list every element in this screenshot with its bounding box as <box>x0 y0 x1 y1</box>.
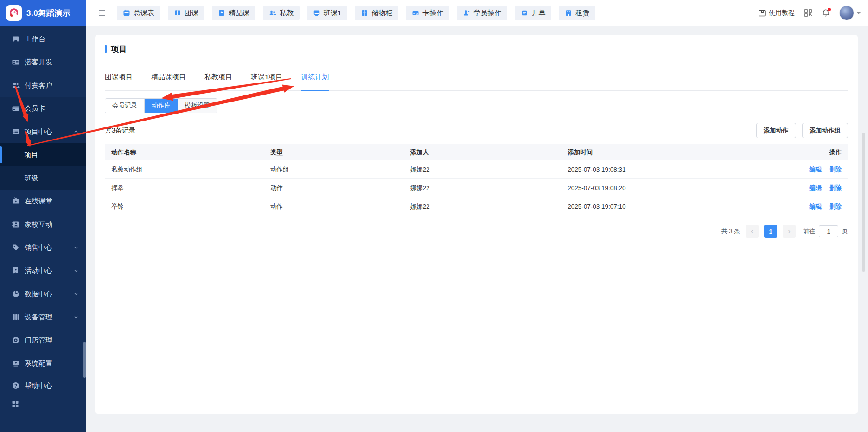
chevron-down-icon <box>73 314 79 320</box>
page-scrollbar[interactable] <box>862 133 865 272</box>
sidebar-item-system-config[interactable]: 系统配置 <box>0 352 86 375</box>
add-action-group-button[interactable]: 添加动作组 <box>802 123 849 138</box>
pie-chart-icon <box>12 290 20 298</box>
sidebar-item-paying-customers[interactable]: 付费客户 <box>0 74 86 97</box>
collapse-menu-icon[interactable] <box>97 8 107 18</box>
tab-training-plan[interactable]: 训练计划 <box>301 64 329 90</box>
app-logo-icon <box>6 5 22 21</box>
subtab-action-library[interactable]: 动作库 <box>144 99 178 113</box>
nav-schedule-button[interactable]: 总课表 <box>117 6 160 20</box>
pagination: 共 3 条 ‹ 1 › 前往 页 <box>95 225 848 238</box>
sidebar-item-data-center[interactable]: 数据中心 <box>0 282 86 305</box>
chevron-up-icon <box>73 129 79 134</box>
record-count: 共3条记录 <box>105 126 135 135</box>
goto-label: 前往 <box>803 227 815 235</box>
project-list-icon <box>12 127 20 136</box>
sidebar-item-help-center[interactable]: 帮助中心 <box>0 375 86 396</box>
sidebar-apps-grid[interactable] <box>0 396 86 412</box>
tab-private-coach-project[interactable]: 私教项目 <box>204 64 232 90</box>
cell-adder: 娜娜22 <box>403 165 561 174</box>
cell-adder: 娜娜22 <box>403 203 561 211</box>
sidebar-item-classes[interactable]: 班级 <box>0 166 86 190</box>
tab-premium-class-project[interactable]: 精品课项目 <box>151 64 186 90</box>
quick-nav: 总课表 团课 精品课 私教 班课1 储物柜 卡操作 学员操作 <box>117 6 595 20</box>
table-row: 举铃 动作 娜娜22 2025-07-03 19:07:10 编辑 删除 <box>105 197 848 216</box>
sidebar-item-workbench[interactable]: 工作台 <box>0 27 86 51</box>
nav-student-operations-button[interactable]: 学员操作 <box>457 6 507 20</box>
tutorial-link[interactable]: 使用教程 <box>758 9 795 17</box>
delete-link[interactable]: 删除 <box>829 203 842 210</box>
nav-private-coach-button[interactable]: 私教 <box>263 6 300 20</box>
sidebar-item-store-management[interactable]: 门店管理 <box>0 329 86 352</box>
sidebar-item-projects[interactable]: 项目 <box>0 143 86 166</box>
column-adder: 添加人 <box>403 148 561 157</box>
toolbar-row: 共3条记录 添加动作 添加动作组 <box>105 123 848 138</box>
chevron-down-icon <box>73 291 79 297</box>
sidebar-item-home-school[interactable]: 家校互动 <box>0 213 86 236</box>
nav-class-course-button[interactable]: 班课1 <box>307 6 347 20</box>
help-circle-icon <box>12 381 20 390</box>
next-page-button[interactable]: › <box>783 225 796 238</box>
dashboard-icon <box>12 35 20 43</box>
table-row: 私教动作组 动作组 娜娜22 2025-07-03 19:08:31 编辑 删除 <box>105 160 848 179</box>
sidebar-item-member-card[interactable]: 会员卡 <box>0 97 86 120</box>
book-icon <box>174 9 181 17</box>
page-number-1[interactable]: 1 <box>764 225 777 238</box>
sidebar-item-online-classroom[interactable]: 在线课堂 <box>0 190 86 213</box>
cell-action-name: 挥拳 <box>105 184 264 192</box>
nav-premium-class-button[interactable]: 精品课 <box>212 6 255 20</box>
cell-adder: 娜娜22 <box>403 184 561 192</box>
nav-billing-button[interactable]: 开单 <box>515 6 551 20</box>
goto-page-input[interactable] <box>819 225 838 237</box>
notification-bell-icon[interactable] <box>822 9 830 17</box>
pagination-total: 共 3 条 <box>721 227 740 235</box>
qr-code-icon[interactable] <box>804 9 812 17</box>
avatar <box>839 6 854 20</box>
manual-icon <box>758 9 766 17</box>
sidebar-item-project-center[interactable]: 项目中心 <box>0 120 86 143</box>
user-menu[interactable] <box>839 6 861 20</box>
page-header: 项目 <box>95 35 858 64</box>
delete-link[interactable]: 删除 <box>829 166 842 173</box>
nav-group-class-button[interactable]: 团课 <box>168 6 204 20</box>
add-action-button[interactable]: 添加动作 <box>756 123 796 138</box>
app-title: 3.0舞蹈演示 <box>26 8 70 19</box>
sidebar-item-sales-center[interactable]: 销售中心 <box>0 236 86 259</box>
star-book-icon <box>218 9 225 17</box>
top-header: 总课表 团课 精品课 私教 班课1 储物柜 卡操作 学员操作 <box>86 0 868 26</box>
system-icon <box>12 359 20 368</box>
content-panel: 项目 团课项目 精品课项目 私教项目 班课1项目 训练计划 会员记录 动作库 模… <box>95 35 858 414</box>
subtab-member-records[interactable]: 会员记录 <box>105 99 144 113</box>
cell-add-time: 2025-07-03 19:08:31 <box>561 166 759 173</box>
tab-class-course-project[interactable]: 班课1项目 <box>251 64 282 90</box>
edit-link[interactable]: 编辑 <box>809 203 822 210</box>
sidebar-scrollbar[interactable] <box>83 342 86 378</box>
contact-book-icon <box>12 220 20 229</box>
nav-card-operations-button[interactable]: 卡操作 <box>406 6 449 20</box>
sidebar-item-activity-center[interactable]: 活动中心 <box>0 259 86 282</box>
cell-type: 动作 <box>264 184 403 192</box>
edit-link[interactable]: 编辑 <box>809 166 822 173</box>
users-icon <box>269 9 276 17</box>
prev-page-button[interactable]: ‹ <box>746 225 759 238</box>
nav-locker-button[interactable]: 储物柜 <box>355 6 398 20</box>
sidebar-item-lead-development[interactable]: 潜客开发 <box>0 51 86 74</box>
subtab-template-settings[interactable]: 模板设置 <box>178 99 217 113</box>
card-icon <box>412 9 419 17</box>
nav-rental-button[interactable]: 租赁 <box>559 6 595 20</box>
main-content: 项目 团课项目 精品课项目 私教项目 班课1项目 训练计划 会员记录 动作库 模… <box>86 26 868 432</box>
tab-group-class-project[interactable]: 团课项目 <box>105 64 133 90</box>
title-accent-bar <box>105 45 107 53</box>
edit-link[interactable]: 编辑 <box>809 184 822 191</box>
sidebar-item-device-management[interactable]: 设备管理 <box>0 305 86 329</box>
delete-link[interactable]: 删除 <box>829 184 842 191</box>
cell-add-time: 2025-07-03 19:07:10 <box>561 203 759 210</box>
chevron-down-icon <box>73 245 79 250</box>
cell-add-time: 2025-07-03 19:08:20 <box>561 184 759 191</box>
project-tabs: 团课项目 精品课项目 私教项目 班课1项目 训练计划 <box>105 64 848 91</box>
app-logo: 3.0舞蹈演示 <box>0 0 86 26</box>
calendar-icon <box>123 9 130 17</box>
monitor-icon <box>313 9 320 17</box>
building-icon <box>565 9 572 17</box>
badge-icon <box>12 267 20 275</box>
